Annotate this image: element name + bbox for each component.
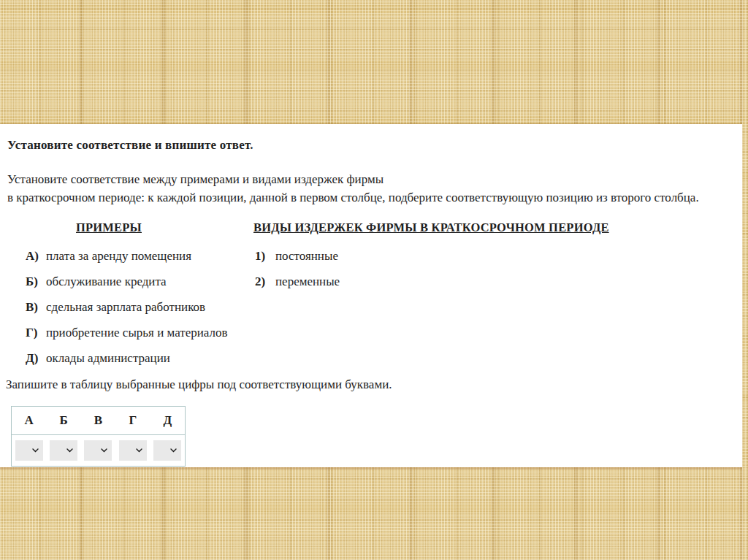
example-item-text: сдельная зарплата работников <box>46 300 205 315</box>
answer-select-d[interactable] <box>153 440 181 461</box>
example-item-a: А) плата за аренду помещения <box>26 243 228 269</box>
answer-select-g[interactable] <box>119 440 147 461</box>
answer-select-v[interactable] <box>84 440 112 461</box>
cost-types-column-header: ВИДЫ ИЗДЕРЖЕК ФИРМЫ В КРАТКОСРОЧНОМ ПЕРИ… <box>253 220 609 235</box>
example-item-g: Г) приобретение сырья и материалов <box>26 320 228 345</box>
cost-type-item-label: 2) <box>255 275 275 289</box>
answer-select-d-wrap <box>153 440 181 461</box>
cost-type-item-text: постоянные <box>275 249 338 264</box>
answer-table: А Б В Г Д <box>11 406 186 467</box>
example-item-text: приобретение сырья и материалов <box>46 326 228 340</box>
example-item-v: В) сдельная зарплата работников <box>26 294 228 320</box>
task-title: Установите соответствие и впишите ответ. <box>7 138 253 153</box>
example-item-text: обслуживание кредита <box>46 275 167 289</box>
content-panel: Установите соответствие и впишите ответ.… <box>0 124 742 467</box>
answer-select-v-wrap <box>84 440 112 461</box>
example-item-d: Д) оклады администрации <box>26 345 228 371</box>
page-background: Установите соответствие и впишите ответ.… <box>0 0 748 560</box>
answer-select-g-wrap <box>119 440 147 461</box>
example-item-label: А) <box>26 249 46 264</box>
cost-types-list: 1) постоянные 2) переменные <box>255 243 340 294</box>
example-item-text: оклады администрации <box>46 351 170 366</box>
task-description-line-1: Установите соответствие между примерами … <box>7 172 383 187</box>
example-item-label: Д) <box>26 351 46 366</box>
answer-select-b[interactable] <box>50 440 77 461</box>
example-item-label: В) <box>26 300 46 315</box>
answer-table-select-row <box>12 435 185 466</box>
examples-list: А) плата за аренду помещения Б) обслужив… <box>26 243 228 371</box>
cost-type-item-text: переменные <box>275 275 340 289</box>
cost-type-item-1: 1) постоянные <box>255 243 340 269</box>
column-header-v: В <box>81 413 115 428</box>
column-header-a: А <box>12 413 46 428</box>
example-item-label: Г) <box>26 326 46 340</box>
examples-column-header: ПРИМЕРЫ <box>76 220 142 235</box>
column-header-g: Г <box>115 413 150 428</box>
answer-table-header-row: А Б В Г Д <box>12 407 185 435</box>
answer-instruction: Запишите в таблицу выбранные цифры под с… <box>6 377 392 392</box>
example-item-label: Б) <box>26 275 46 289</box>
answer-select-a[interactable] <box>15 440 43 461</box>
task-description-line-2: в краткосрочном периоде: к каждой позици… <box>7 191 699 205</box>
example-item-b: Б) обслуживание кредита <box>26 269 228 294</box>
answer-select-a-wrap <box>15 440 43 461</box>
cost-type-item-2: 2) переменные <box>255 269 340 294</box>
column-header-b: Б <box>46 413 80 428</box>
cost-type-item-label: 1) <box>255 249 275 264</box>
column-header-d: Д <box>150 413 185 428</box>
answer-select-b-wrap <box>50 440 77 461</box>
example-item-text: плата за аренду помещения <box>46 249 191 264</box>
